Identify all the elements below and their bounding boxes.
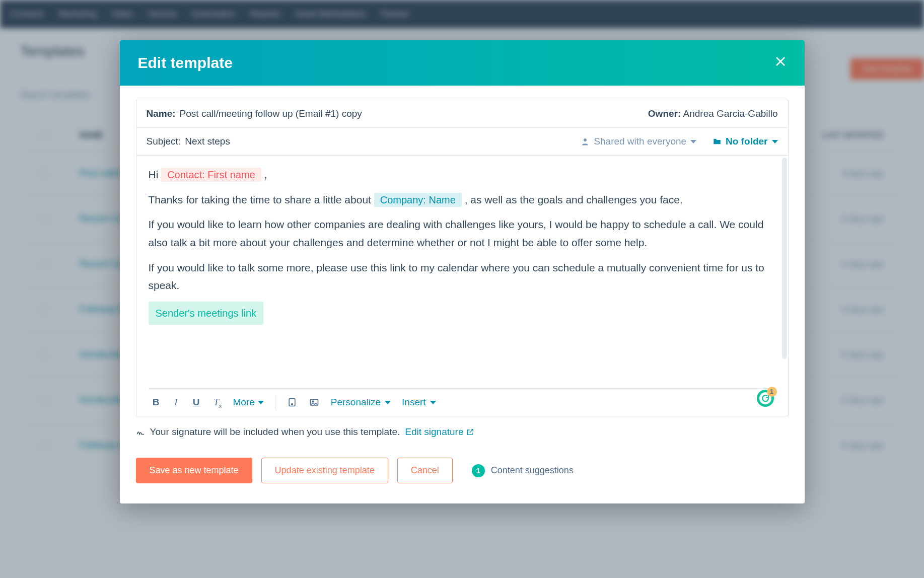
underline-button[interactable]: U — [191, 397, 202, 408]
name-value: Post call/meeting follow up (Email #1) c… — [180, 108, 362, 119]
caret-down-icon — [385, 401, 391, 404]
image-button[interactable] — [309, 397, 320, 408]
edit-template-modal: Edit template Name: Post call/meeting fo… — [120, 40, 805, 503]
cancel-button[interactable]: Cancel — [397, 458, 453, 483]
name-label: Name: — [147, 108, 176, 119]
link-icon — [287, 397, 297, 407]
signature-icon — [136, 427, 145, 437]
folder-label: No folder — [726, 136, 767, 147]
svg-point-2 — [584, 138, 587, 141]
signature-notice: Your signature will be included when you… — [136, 426, 789, 438]
caret-down-icon — [258, 401, 264, 404]
token-company-name[interactable]: Company: Name — [374, 193, 462, 207]
subject-value: Next steps — [185, 136, 230, 147]
external-link-icon — [466, 428, 474, 436]
folder-icon — [713, 137, 722, 146]
svg-point-6 — [312, 401, 314, 402]
signature-text: Your signature will be included when you… — [150, 426, 400, 438]
body-text: Hi — [149, 169, 162, 180]
owner-label: Owner: — [648, 108, 681, 119]
folder-dropdown[interactable]: No folder — [713, 136, 777, 147]
caret-down-icon — [690, 140, 696, 143]
image-icon — [309, 397, 319, 407]
name-row[interactable]: Name: Post call/meeting follow up (Email… — [136, 100, 789, 127]
italic-button[interactable]: I — [171, 397, 182, 408]
shared-with-dropdown[interactable]: Shared with everyone — [581, 136, 696, 147]
grammarly-widget[interactable]: 1 — [757, 390, 774, 407]
token-contact-firstname[interactable]: Contact: First name — [161, 168, 261, 182]
edit-signature-link[interactable]: Edit signature — [405, 426, 474, 438]
modal-footer: Save as new template Update existing tem… — [136, 458, 789, 483]
body-text: If you would like to talk some more, ple… — [149, 259, 766, 295]
modal-header: Edit template — [120, 40, 805, 86]
personalize-dropdown[interactable]: Personalize — [331, 397, 391, 408]
link-button[interactable] — [287, 397, 298, 408]
clear-format-button[interactable]: Tx — [211, 397, 222, 408]
close-button[interactable] — [774, 55, 787, 71]
shared-label: Shared with everyone — [594, 136, 686, 147]
edit-signature-label: Edit signature — [405, 426, 463, 438]
email-body-editor[interactable]: Hi Contact: First name , Thanks for taki… — [149, 166, 776, 382]
more-dropdown[interactable]: More — [233, 397, 264, 408]
grammarly-badge: 1 — [767, 387, 777, 397]
toolbar-divider — [275, 395, 275, 410]
editor-toolbar: B I U Tx More Personalize — [149, 388, 776, 416]
body-text: , — [264, 169, 267, 180]
subject-row[interactable]: Subject: Next steps Shared with everyone… — [136, 127, 789, 156]
body-text: , as well as the goals and challenges yo… — [465, 194, 683, 205]
caret-down-icon — [430, 401, 436, 404]
save-as-new-button[interactable]: Save as new template — [136, 458, 252, 483]
svg-point-4 — [292, 404, 293, 405]
modal-title: Edit template — [138, 54, 233, 71]
owner-value: Andrea Garcia-Gabillo — [683, 108, 778, 119]
more-label: More — [233, 397, 255, 408]
insert-dropdown[interactable]: Insert — [402, 397, 436, 408]
subject-label: Subject: — [147, 136, 181, 147]
scrollbar[interactable] — [782, 158, 787, 359]
personalize-label: Personalize — [331, 397, 381, 408]
update-existing-button[interactable]: Update existing template — [261, 458, 388, 483]
editor-area: Hi Contact: First name , Thanks for taki… — [136, 156, 789, 416]
close-icon — [774, 55, 787, 67]
suggestions-label: Content suggestions — [491, 465, 574, 476]
bold-button[interactable]: B — [151, 397, 162, 408]
content-suggestions[interactable]: 1 Content suggestions — [472, 464, 574, 477]
person-icon — [581, 137, 590, 146]
insert-label: Insert — [402, 397, 426, 408]
suggestions-count: 1 — [472, 464, 485, 477]
body-text: Thanks for taking the time to share a li… — [149, 194, 374, 205]
caret-down-icon — [772, 140, 778, 143]
token-meeting-link[interactable]: Sender's meetings link — [149, 302, 264, 325]
body-text: If you would like to learn how other com… — [149, 215, 766, 251]
